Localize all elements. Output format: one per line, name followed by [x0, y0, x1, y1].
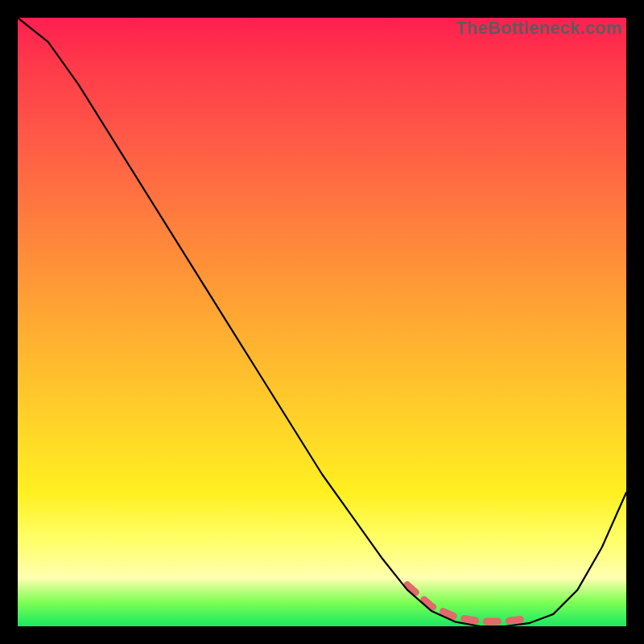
chart-svg [18, 18, 626, 626]
highlight-segment [407, 585, 529, 621]
chart-frame: TheBottleneck.com [8, 8, 636, 636]
plot-area: TheBottleneck.com [18, 18, 626, 626]
bottleneck-curve [18, 18, 626, 626]
